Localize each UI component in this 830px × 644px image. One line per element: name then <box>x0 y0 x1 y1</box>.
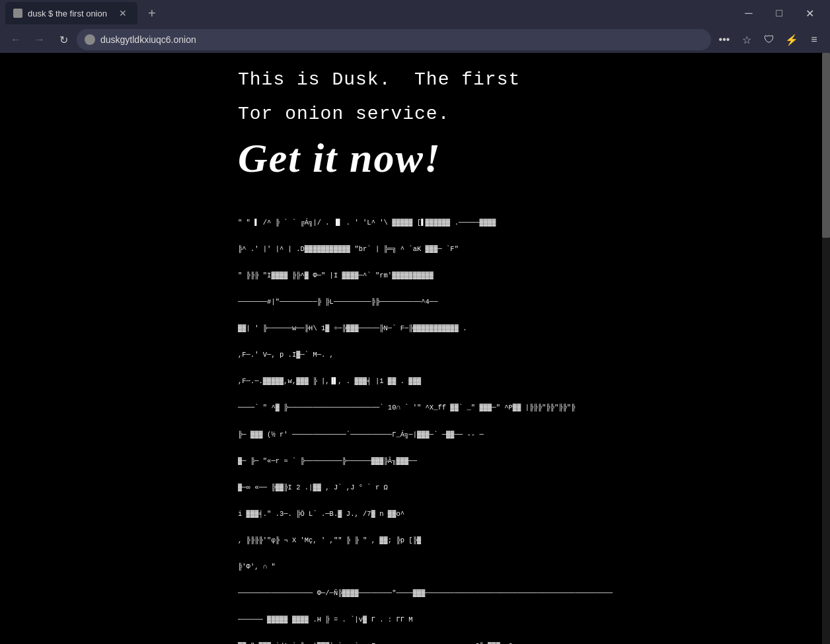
page-inner: This is Dusk. The first Tor onion servic… <box>0 53 830 644</box>
tab-close-button[interactable]: ✕ <box>116 7 130 20</box>
site-favicon <box>85 34 95 45</box>
headline-line2: Tor onion service. <box>238 100 810 128</box>
minimize-button[interactable]: ─ <box>734 2 764 24</box>
nav-right-buttons: ••• ☆ 🛡 ⚡ ≡ <box>714 29 825 50</box>
window-controls: ─ □ ✕ <box>734 2 825 24</box>
browser-tab[interactable]: dusk $ the first onion ✕ <box>5 2 137 24</box>
art-row-16: ────── ▓▓▓▓▓ ▓▓▓▓ .H ╠ = . `|v▓ Γ . : ΓΓ… <box>238 616 810 625</box>
page-content: This is Dusk. The first Tor onion servic… <box>0 53 830 644</box>
navigation-bar: ← → ↻ duskgytldkxiuqc6.onion ••• ☆ 🛡 ⚡ ≡ <box>0 26 830 53</box>
address-text: duskgytldkxiuqc6.onion <box>100 34 703 45</box>
art-row-9: ╠─ ▓▓▓ (½ r' ─────────────`──────────Γ_Á… <box>238 431 810 440</box>
back-button[interactable]: ← <box>5 29 26 50</box>
more-button[interactable]: ••• <box>714 29 735 50</box>
reload-button[interactable]: ↻ <box>53 29 74 50</box>
art-row-3: " ╠╠╠ "I▓▓▓▓ ╠╠^▓ Φ─" |I ▓▓▓▓─^` "rm'▓▓▓… <box>238 271 810 281</box>
headline-line1: This is Dusk. The first <box>238 66 810 94</box>
tab-favicon <box>13 9 22 18</box>
address-bar[interactable]: duskgytldkxiuqc6.onion <box>77 29 711 50</box>
art-row-10: ▓─ ╠─ "«─r ≈ ` ╠─────────╠──────▓▓▓╠Â╖▓▓… <box>238 457 810 466</box>
art-row-2: ╠^ .' |' |^ | .D▓▓▓▓▓▓▓▓▓▓▓ "br` | ╠═╗ ^… <box>238 245 810 254</box>
art-row-13: , ╠╠╠╠'"φ╠ ¬ X 'Mç, ' ,"" ╠ ╠ " , ▓▓; ╠p… <box>238 536 810 546</box>
new-tab-button[interactable]: + <box>143 6 161 21</box>
art-row-6: ,F─.' V─, p .I▓─` M─. , <box>238 351 810 360</box>
scrollbar[interactable] <box>822 53 830 644</box>
browser-chrome: dusk $ the first onion ✕ + ─ □ ✕ ← → ↻ d… <box>0 0 830 53</box>
close-button[interactable]: ✕ <box>794 2 825 24</box>
art-row-7: ,F─.─.▓▓▓▓▓,w,▓▓▓ ╠ |,▐▌, . ▓▓▓╡ |1 ▓▓ .… <box>238 377 810 386</box>
art-row-12: i ▓▓▓╡." .3─. ╠Ö L` .─B.▓ J., /7▓ n ▓▓o^ <box>238 510 810 519</box>
art-row-4: ───────#|"─────────╠ ╠L─────────╠╠──────… <box>238 298 810 307</box>
art-row-5: ▓▓| ' ╠──────w──╠H\ 1▓ ÷─╠▓▓▓─────╠N─` F… <box>238 324 810 334</box>
title-bar: dusk $ the first onion ✕ + ─ □ ✕ <box>0 0 830 26</box>
ascii-art: " " ▌ /^ ╠ ` ` ╔Á╗|/ . ▐▌ . ' 'L^ '\ ▓▓▓… <box>238 201 810 644</box>
extensions-button[interactable]: ⚡ <box>781 29 802 50</box>
art-row-15: ────────────────── Φ─/─Ñ╠▓▓▓▓────────"──… <box>238 589 810 598</box>
art-row-1: " " ▌ /^ ╠ ` ` ╔Á╗|/ . ▐▌ . ' 'L^ '\ ▓▓▓… <box>238 219 810 228</box>
bookmark-button[interactable]: ☆ <box>736 29 757 50</box>
menu-button[interactable]: ≡ <box>804 29 825 50</box>
cta-heading: Get it now! <box>238 135 810 182</box>
scrollbar-thumb[interactable] <box>822 53 830 238</box>
art-row-11: ▓─∞ «── ╠▓▓╠I 2 .|▓▓ , J` ,J ° ` r Ω <box>238 483 810 493</box>
art-row-17: ▓▓─" ▓▓▓ `/^ ` ╠──|▓▓▓╡ ` r ` . Γ ──────… <box>238 642 810 644</box>
forward-button[interactable]: → <box>29 29 50 50</box>
tab-title: dusk $ the first onion <box>28 9 111 18</box>
maximize-button[interactable]: □ <box>764 2 794 24</box>
shield-button[interactable]: 🛡 <box>759 29 780 50</box>
art-row-14: ╠'Φ', ∩ " <box>238 563 810 572</box>
art-row-8: ────` " ^▓ ╠──────────────────────` 10∩ … <box>238 404 810 413</box>
